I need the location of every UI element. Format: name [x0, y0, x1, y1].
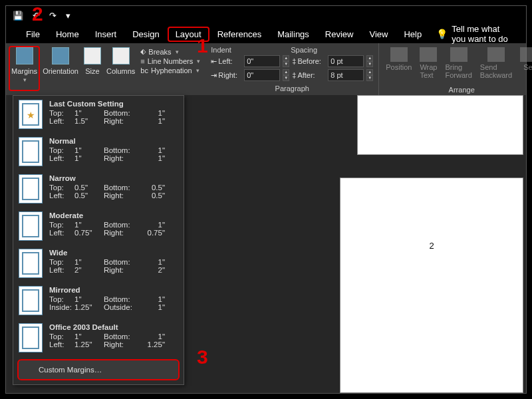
- send-backward-icon: [487, 47, 505, 62]
- margin-preset-last-custom-setting[interactable]: Last Custom SettingTop:1"Bottom:1"Left:1…: [13, 96, 184, 133]
- margin-thumb-icon: [19, 137, 43, 166]
- margins-icon: [16, 47, 33, 65]
- tab-review[interactable]: Review: [317, 27, 362, 42]
- bring-forward-icon: [450, 47, 467, 62]
- indent-header: Indent: [211, 46, 291, 54]
- spacing-before-spinner[interactable]: ▲▼: [366, 55, 373, 67]
- indent-right-input[interactable]: [244, 69, 280, 81]
- wrap-text-icon: [420, 47, 437, 62]
- spacing-after-icon: ‡: [292, 71, 296, 79]
- selection-pane-button[interactable]: Sel: [516, 46, 532, 72]
- spacing-after-spinner[interactable]: ▲▼: [366, 69, 373, 81]
- columns-button[interactable]: Columns: [104, 46, 138, 76]
- columns-icon: [112, 47, 130, 65]
- send-backward-button[interactable]: Send Backward: [476, 46, 516, 80]
- margin-thumb-icon: [19, 211, 43, 241]
- indent-right-icon: ⇥: [211, 71, 217, 80]
- hyphenation-button[interactable]: bc Hyphenation▾: [140, 66, 200, 74]
- ribbon: Margins ▾ Orientation Size Columns ⬖ Bre…: [6, 43, 526, 95]
- tab-references[interactable]: References: [209, 27, 269, 42]
- page-1-bottom[interactable]: [357, 95, 523, 155]
- spacing-before-input[interactable]: [328, 55, 364, 67]
- margins-button[interactable]: Margins ▾: [9, 46, 40, 91]
- margin-thumb-icon: [19, 249, 43, 278]
- margin-preset-narrow[interactable]: NarrowTop:0.5"Bottom:0.5"Left:0.5"Right:…: [13, 170, 184, 207]
- undo-icon[interactable]: ↶: [33, 11, 40, 21]
- arrange-group-label: Arrange: [382, 84, 532, 94]
- selection-icon: [520, 47, 532, 62]
- margin-preset-wide[interactable]: WideTop:1"Bottom:1"Left:2"Right:2": [13, 245, 184, 282]
- page-number: 2: [429, 241, 434, 251]
- margin-preset-moderate[interactable]: ModerateTop:1"Bottom:1"Left:0.75"Right:0…: [13, 207, 184, 245]
- page-2[interactable]: 2: [340, 178, 523, 393]
- page-setup-group: Margins ▾ Orientation Size Columns ⬖ Bre…: [6, 43, 205, 95]
- save-icon[interactable]: 💾: [13, 11, 23, 21]
- indent-left-spinner[interactable]: ▲▼: [283, 55, 289, 67]
- tab-help[interactable]: Help: [396, 27, 430, 42]
- spacing-after-input[interactable]: [328, 69, 364, 81]
- orientation-icon: [52, 47, 69, 65]
- qat-more-icon[interactable]: ▾: [66, 11, 70, 21]
- spacing-before-icon: ‡: [292, 57, 296, 65]
- tab-file[interactable]: File: [18, 27, 48, 42]
- lightbulb-icon: 💡: [436, 29, 448, 39]
- app-window: 💾 ↶ ↷ ▾ File Home Insert Design Layout R…: [5, 5, 527, 394]
- tab-design[interactable]: Design: [124, 27, 167, 42]
- margin-thumb-icon: [19, 100, 43, 129]
- indent-left-input[interactable]: [244, 55, 280, 67]
- wrap-text-button[interactable]: Wrap Text: [416, 46, 441, 80]
- margins-dropdown: Last Custom SettingTop:1"Bottom:1"Left:1…: [13, 95, 184, 385]
- spacing-header: Spacing: [291, 46, 317, 54]
- bring-forward-button[interactable]: Bring Forward: [441, 46, 475, 80]
- indent-right-spinner[interactable]: ▲▼: [283, 69, 289, 81]
- arrange-group: Position Wrap Text Bring Forward Send Ba…: [379, 43, 532, 95]
- paragraph-group: Indent Spacing ⇤Left: ▲▼ ‡Before: ▲▼ ⇥Ri…: [205, 43, 379, 95]
- margin-thumb-icon: [19, 174, 43, 203]
- ribbon-tabs: File Home Insert Design Layout Reference…: [6, 25, 526, 43]
- margin-thumb-icon: [19, 286, 43, 315]
- orientation-button[interactable]: Orientation: [40, 46, 81, 76]
- paragraph-group-label: Paragraph: [211, 83, 373, 92]
- position-icon: [390, 47, 408, 62]
- margin-preset-mirrored[interactable]: MirroredTop:1"Bottom:1"Inside:1.25"Outsi…: [13, 282, 184, 319]
- size-icon: [84, 47, 101, 65]
- tab-layout[interactable]: Layout: [168, 27, 209, 42]
- margin-thumb-icon: [19, 323, 43, 352]
- chevron-down-icon: ▾: [23, 76, 27, 83]
- redo-icon[interactable]: ↷: [49, 11, 57, 21]
- tab-home[interactable]: Home: [48, 27, 87, 42]
- tab-insert[interactable]: Insert: [87, 27, 125, 42]
- page-setup-small: ⬖ Breaks▾ ≡ Line Numbers▾ bc Hyphenation…: [138, 46, 203, 76]
- indent-left-icon: ⇤: [211, 57, 217, 66]
- tell-me-label: Tell me what you want to do: [452, 24, 514, 44]
- margin-preset-office-2003-default[interactable]: Office 2003 DefaultTop:1"Bottom:1"Left:1…: [13, 319, 184, 356]
- size-button[interactable]: Size: [81, 46, 104, 76]
- quick-access-toolbar: 💾 ↶ ↷ ▾: [6, 6, 526, 25]
- line-numbers-button[interactable]: ≡ Line Numbers▾: [140, 57, 200, 65]
- margin-preset-normal[interactable]: NormalTop:1"Bottom:1"Left:1"Right:1": [13, 133, 184, 170]
- custom-margins-button[interactable]: Custom Margins…: [17, 359, 180, 380]
- tab-view[interactable]: View: [361, 27, 396, 42]
- position-button[interactable]: Position: [382, 46, 416, 72]
- tell-me-search[interactable]: 💡 Tell me what you want to do: [436, 24, 514, 44]
- tab-mailings[interactable]: Mailings: [269, 27, 317, 42]
- breaks-button[interactable]: ⬖ Breaks▾: [140, 47, 200, 56]
